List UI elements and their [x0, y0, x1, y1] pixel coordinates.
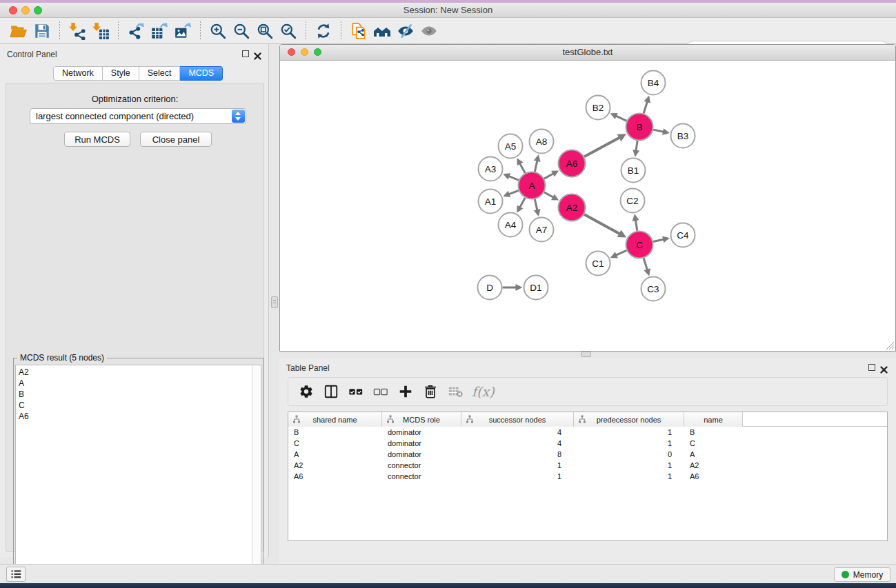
table-row[interactable]: Cdominator41C	[288, 438, 887, 449]
save-session-button[interactable]	[30, 20, 54, 42]
table-cell[interactable]: A	[288, 449, 382, 460]
network-canvas[interactable]: B4B2BB3A8A5A6B1A3AA1C2A2A4A7C4CC1C3DD1	[280, 61, 895, 351]
minimize-view-button[interactable]	[301, 48, 308, 56]
import-network-button[interactable]	[66, 20, 89, 42]
table-cell[interactable]: 4	[461, 427, 574, 438]
table-cell[interactable]: 1	[574, 460, 684, 471]
table-row[interactable]: A6connector11A6	[288, 471, 887, 482]
table-cell[interactable]: 0	[574, 449, 684, 460]
table-cell[interactable]: connector	[382, 471, 461, 482]
zoom-window-button[interactable]	[34, 6, 42, 14]
table-cell[interactable]: 1	[574, 427, 684, 438]
add-row-button[interactable]	[393, 380, 418, 403]
float-panel-icon[interactable]	[868, 364, 875, 371]
table-cell[interactable]: connector	[382, 460, 461, 471]
table-cell[interactable]: 4	[461, 438, 574, 449]
graph-edge-A-A7[interactable]	[535, 199, 537, 211]
result-list-item[interactable]: A2	[19, 367, 251, 378]
graph-edge-A-A2[interactable]	[544, 192, 554, 198]
graph-edge-C-C1[interactable]	[615, 250, 626, 255]
table-cell[interactable]: A	[684, 449, 743, 460]
deselect-all-button[interactable]	[368, 380, 393, 403]
task-history-button[interactable]	[6, 567, 26, 582]
new-network-from-selection-button[interactable]	[347, 20, 370, 42]
zoom-view-button[interactable]	[314, 48, 321, 56]
graph-edge-B-B3[interactable]	[653, 130, 664, 132]
graph-edge-B-B2[interactable]	[615, 116, 627, 121]
close-panel-icon[interactable]	[880, 364, 888, 372]
table-cell[interactable]: 1	[461, 471, 574, 482]
minimize-window-button[interactable]	[21, 6, 30, 14]
delete-row-button[interactable]	[418, 380, 443, 403]
graph-edge-A-A8[interactable]	[535, 160, 537, 172]
graph-edge-C-C3[interactable]	[644, 258, 648, 271]
function-builder-button[interactable]: f(x)	[472, 384, 495, 399]
show-hidden-button[interactable]	[417, 20, 441, 42]
export-table-button[interactable]	[148, 20, 171, 42]
network-window-titlebar[interactable]: testGlobe.txt	[280, 45, 895, 61]
refresh-button[interactable]	[312, 20, 335, 42]
zoom-selected-button[interactable]	[277, 20, 300, 42]
table-row[interactable]: Bdominator41B	[288, 427, 887, 438]
table-cell[interactable]: dominator	[382, 427, 461, 438]
close-window-button[interactable]	[9, 6, 17, 14]
close-view-button[interactable]	[288, 48, 295, 56]
import-table-button[interactable]	[89, 20, 112, 42]
table-cell[interactable]: A2	[288, 460, 382, 471]
vertical-splitter-grip[interactable]	[271, 296, 278, 308]
table-cell[interactable]: 1	[574, 471, 684, 482]
run-mcds-button[interactable]: Run MCDS	[64, 132, 130, 147]
column-header-name[interactable]: name	[684, 412, 743, 427]
graph-edge-A-A4[interactable]	[519, 198, 525, 208]
graph-edge-A-A5[interactable]	[519, 163, 525, 173]
graph-edge-A6-B[interactable]	[584, 137, 620, 156]
close-panel-button[interactable]: Close panel	[140, 132, 212, 147]
table-cell[interactable]: B	[684, 427, 743, 438]
table-settings-button[interactable]	[294, 380, 319, 403]
table-cell[interactable]: 1	[461, 460, 574, 471]
column-header-predecessor-nodes[interactable]: predecessor nodes	[574, 412, 684, 427]
result-list-item[interactable]: B	[19, 389, 251, 400]
open-file-button[interactable]	[7, 20, 30, 42]
zoom-out-button[interactable]	[230, 20, 253, 42]
table-cell[interactable]: dominator	[382, 449, 461, 460]
table-cell[interactable]: A6	[288, 471, 382, 482]
close-panel-icon[interactable]	[254, 50, 261, 58]
graph-edge-B-B1[interactable]	[636, 141, 637, 151]
table-row[interactable]: A2connector11A2	[288, 460, 887, 471]
table-cell[interactable]: B	[288, 427, 382, 438]
hide-selected-button[interactable]	[394, 20, 417, 42]
tab-network[interactable]: Network	[53, 66, 103, 81]
result-list-scrollbar[interactable]	[252, 365, 261, 587]
table-cell[interactable]: 1	[574, 438, 684, 449]
export-network-button[interactable]	[124, 20, 148, 42]
table-cell[interactable]: C	[288, 438, 382, 449]
graph-edge-A-A3[interactable]	[508, 176, 519, 180]
table-cell[interactable]: 8	[461, 449, 574, 460]
float-panel-icon[interactable]	[242, 50, 249, 57]
graph-edge-A-A6[interactable]	[544, 173, 554, 179]
delete-table-button[interactable]	[443, 380, 468, 403]
graph-edge-A2-C[interactable]	[584, 214, 620, 234]
result-list-item[interactable]: C	[19, 400, 251, 411]
graph-edge-C-C2[interactable]	[635, 219, 637, 231]
column-header-shared-name[interactable]: shared name	[288, 412, 382, 427]
graph-edge-A-A1[interactable]	[508, 190, 519, 194]
zoom-fit-button[interactable]	[253, 20, 277, 42]
criterion-select[interactable]: largest connected component (directed)	[30, 108, 246, 124]
result-list-item[interactable]: A6	[19, 411, 251, 422]
column-header-successor-nodes[interactable]: successor nodes	[461, 412, 574, 427]
result-list-item[interactable]: A	[19, 378, 251, 389]
graph-edge-B-B4[interactable]	[644, 101, 648, 113]
graph-edge-C-C4[interactable]	[653, 239, 664, 242]
select-all-button[interactable]	[344, 380, 368, 403]
table-row[interactable]: Adominator80A	[288, 449, 887, 460]
table-cell[interactable]: A2	[684, 460, 743, 471]
window-resize-grip[interactable]	[886, 341, 895, 350]
column-chooser-button[interactable]	[319, 380, 344, 403]
tab-style[interactable]: Style	[103, 66, 139, 81]
tab-select[interactable]: Select	[139, 66, 181, 81]
zoom-in-button[interactable]	[206, 20, 230, 42]
export-image-button[interactable]	[171, 20, 195, 42]
table-cell[interactable]: dominator	[382, 438, 461, 449]
